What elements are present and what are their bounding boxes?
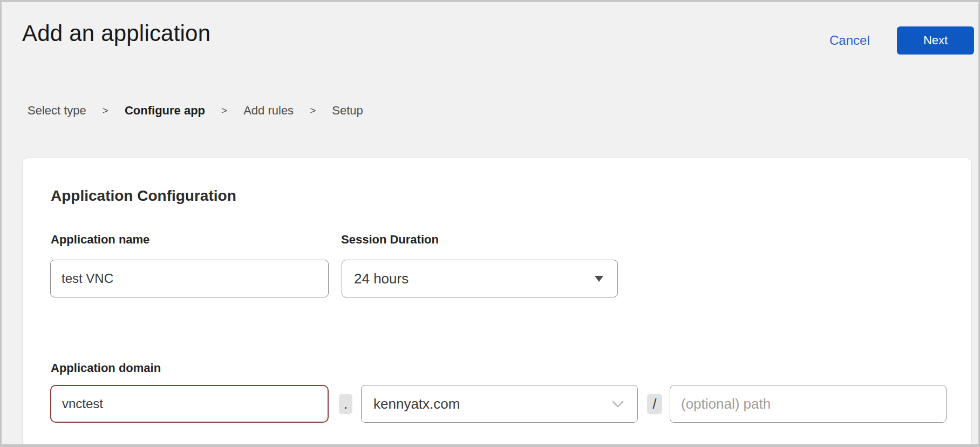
- breadcrumb-step-configure-app[interactable]: Configure app: [125, 104, 205, 118]
- domain-select[interactable]: kennyatx.com: [361, 385, 638, 423]
- dropdown-arrow-icon: [595, 276, 603, 282]
- application-name-input[interactable]: [50, 260, 329, 297]
- subdomain-input[interactable]: [50, 385, 329, 423]
- domain-slash-separator: /: [647, 394, 662, 414]
- chevron-down-icon: [612, 396, 624, 408]
- session-duration-select[interactable]: 24 hours: [342, 260, 618, 297]
- configuration-card: Application Configuration Application na…: [22, 158, 972, 447]
- breadcrumb: Select type > Configure app > Add rules …: [28, 104, 363, 118]
- breadcrumb-separator: >: [310, 105, 316, 117]
- cancel-button[interactable]: Cancel: [829, 33, 870, 48]
- breadcrumb-step-add-rules[interactable]: Add rules: [243, 104, 294, 118]
- application-name-label: Application name: [51, 233, 149, 247]
- breadcrumb-separator: >: [221, 105, 227, 117]
- app-window: Add an application Cancel Next Select ty…: [0, 0, 980, 447]
- breadcrumb-step-setup[interactable]: Setup: [332, 104, 363, 118]
- next-button[interactable]: Next: [897, 26, 974, 55]
- domain-dot-separator: .: [339, 394, 352, 414]
- page-title: Add an application: [22, 21, 210, 46]
- section-title: Application Configuration: [51, 187, 236, 205]
- session-duration-value: 24 hours: [354, 270, 409, 287]
- path-input[interactable]: [670, 385, 947, 423]
- domain-select-value: kennyatx.com: [373, 396, 460, 412]
- session-duration-label: Session Duration: [341, 233, 439, 247]
- breadcrumb-separator: >: [103, 105, 108, 117]
- breadcrumb-step-select-type[interactable]: Select type: [28, 104, 86, 118]
- application-domain-label: Application domain: [51, 361, 161, 375]
